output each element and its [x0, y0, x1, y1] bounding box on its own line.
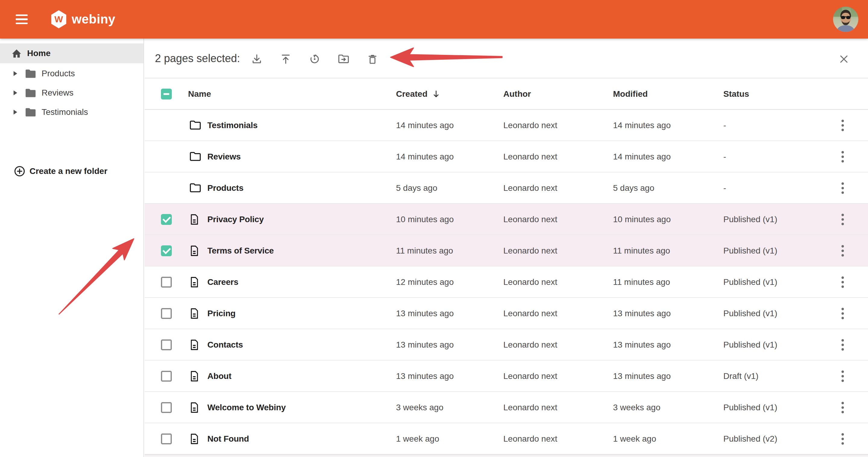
row-created: 3 weeks ago [396, 392, 443, 423]
home-icon [11, 49, 22, 58]
row-name[interactable]: Contacts [207, 329, 243, 361]
row-status: - [723, 141, 726, 173]
row-name[interactable]: About [207, 361, 231, 392]
avatar[interactable] [833, 7, 858, 32]
row-created: 13 minutes ago [396, 298, 454, 329]
publish-up-icon [279, 53, 292, 65]
document-icon [189, 339, 199, 351]
row-status: Published (v1) [723, 267, 777, 298]
table-row[interactable]: Terms of Service 11 minutes ago Leonardo… [145, 235, 868, 267]
row-author: Leonardo next [503, 298, 557, 329]
webiny-logo: W webiny [51, 0, 116, 38]
row-checkbox[interactable] [161, 339, 172, 350]
webiny-admin-page-list: W webiny [0, 0, 868, 457]
download-icon [250, 53, 263, 65]
table-row[interactable]: Careers 12 minutes ago Leonardo next 11 … [145, 267, 868, 298]
table-row[interactable]: About 13 minutes ago Leonardo next 13 mi… [145, 361, 868, 392]
row-checkbox[interactable] [161, 245, 172, 256]
row-name[interactable]: Welcome to Webiny [207, 392, 286, 423]
row-status: Published (v1) [723, 392, 777, 423]
page-list-panel: 2 pages selected: [145, 38, 868, 457]
row-author: Leonardo next [503, 110, 557, 141]
chevron-right-icon[interactable] [13, 110, 18, 115]
row-name[interactable]: Not Found [207, 423, 249, 455]
menu-button[interactable] [16, 14, 28, 24]
row-checkbox[interactable] [161, 402, 172, 413]
row-name[interactable]: Products [207, 173, 244, 204]
column-header-created[interactable]: Created [396, 79, 440, 110]
hamburger-icon [16, 14, 28, 16]
table-row[interactable]: Privacy Policy 10 minutes ago Leonardo n… [145, 204, 868, 235]
table-row[interactable]: Not Found 1 week ago Leonardo next 1 wee… [145, 423, 868, 455]
table-row[interactable]: Contacts 13 minutes ago Leonardo next 13… [145, 329, 868, 361]
close-icon [838, 53, 849, 65]
row-checkbox[interactable] [161, 371, 172, 382]
download-button[interactable] [248, 52, 265, 66]
row-menu-button[interactable] [837, 213, 849, 226]
row-checkbox[interactable] [161, 277, 172, 287]
kebab-icon [841, 244, 844, 257]
row-menu-button[interactable] [837, 150, 849, 163]
row-menu-button[interactable] [837, 370, 849, 383]
row-name[interactable]: Privacy Policy [207, 204, 264, 235]
sidebar-item-testimonials[interactable]: Testimonials [0, 102, 144, 122]
folder-icon [25, 68, 36, 79]
table-row[interactable]: Welcome to Webiny 3 weeks ago Leonardo n… [145, 392, 868, 423]
select-all-checkbox[interactable] [161, 89, 172, 99]
row-name[interactable]: Testimonials [207, 110, 258, 141]
close-selection-button[interactable] [837, 53, 851, 66]
column-header-modified[interactable]: Modified [613, 79, 648, 110]
sidebar-item-home[interactable]: Home [0, 43, 144, 63]
row-modified: 10 minutes ago [613, 204, 671, 235]
sidebar-item-products[interactable]: Products [0, 64, 144, 83]
row-name[interactable]: Careers [207, 267, 239, 298]
chevron-right-icon[interactable] [13, 71, 18, 76]
column-header-name[interactable]: Name [188, 79, 211, 110]
row-checkbox[interactable] [161, 214, 172, 225]
row-menu-button[interactable] [837, 244, 849, 257]
chevron-right-icon[interactable] [13, 90, 18, 96]
row-name[interactable]: Terms of Service [207, 235, 274, 267]
row-author: Leonardo next [503, 361, 557, 392]
table-row[interactable]: Reviews 14 minutes ago Leonardo next 14 … [145, 141, 868, 173]
create-folder-button[interactable]: Create a new folder [0, 161, 144, 181]
table-row[interactable]: Testimonials 14 minutes ago Leonardo nex… [145, 110, 868, 141]
row-checkbox[interactable] [161, 308, 172, 319]
document-icon [189, 401, 199, 414]
column-header-author[interactable]: Author [503, 79, 531, 110]
sidebar: Home Products Reviews Testimonials [0, 38, 144, 457]
row-status: Published (v1) [723, 204, 777, 235]
row-menu-button[interactable] [837, 307, 849, 320]
row-status: Published (v1) [723, 329, 777, 361]
delete-button[interactable] [364, 52, 381, 66]
row-name[interactable]: Pricing [207, 298, 236, 329]
document-icon [189, 213, 199, 225]
row-name[interactable]: Reviews [207, 141, 241, 173]
table-row[interactable]: Products 5 days ago Leonardo next 5 days… [145, 173, 868, 204]
row-created: 11 minutes ago [396, 235, 453, 267]
kebab-icon [841, 307, 844, 320]
row-menu-button[interactable] [837, 401, 849, 414]
table-row[interactable]: Pricing 13 minutes ago Leonardo next 13 … [145, 298, 868, 329]
trash-icon [366, 53, 379, 65]
row-menu-button[interactable] [837, 119, 849, 132]
column-header-status[interactable]: Status [723, 79, 749, 110]
row-menu-button[interactable] [837, 432, 849, 446]
document-icon [189, 276, 199, 288]
kebab-icon [841, 150, 844, 163]
row-menu-button[interactable] [837, 276, 849, 289]
row-menu-button[interactable] [837, 181, 849, 195]
restore-history-icon [308, 53, 321, 65]
publish-button[interactable] [277, 52, 294, 66]
webiny-logo-icon: W [51, 10, 67, 28]
sidebar-item-reviews[interactable]: Reviews [0, 83, 144, 102]
row-modified: 13 minutes ago [613, 361, 671, 392]
kebab-icon [841, 213, 844, 226]
row-modified: 1 week ago [613, 423, 656, 455]
row-status: Published (v1) [723, 298, 777, 329]
move-to-folder-button[interactable] [335, 52, 352, 66]
row-menu-button[interactable] [837, 338, 849, 352]
restore-button[interactable] [306, 52, 323, 66]
row-author: Leonardo next [503, 141, 557, 173]
row-checkbox[interactable] [161, 433, 172, 444]
